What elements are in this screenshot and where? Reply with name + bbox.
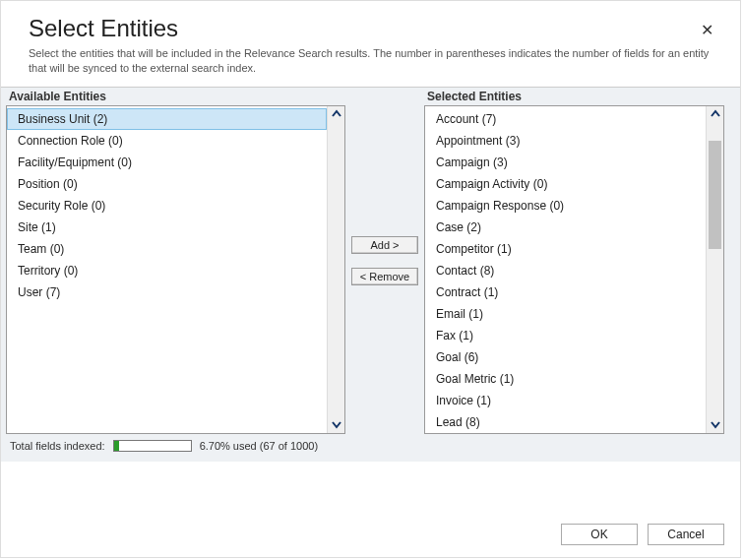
- selected-item[interactable]: Lead (8): [425, 411, 706, 433]
- selected-item[interactable]: Campaign Response (0): [425, 195, 706, 217]
- dialog-footer: OK Cancel: [1, 514, 740, 557]
- selected-item[interactable]: Campaign Activity (0): [425, 173, 706, 195]
- selected-scrollbar[interactable]: [706, 106, 723, 433]
- selected-item[interactable]: Case (2): [425, 217, 706, 238]
- selected-item[interactable]: Goal Metric (1): [425, 368, 706, 390]
- selected-item[interactable]: Email (1): [425, 303, 706, 325]
- scroll-up-icon[interactable]: [707, 106, 723, 123]
- remove-button[interactable]: < Remove: [351, 268, 418, 285]
- available-item[interactable]: Facility/Equipment (0): [7, 152, 327, 173]
- cancel-button[interactable]: Cancel: [648, 524, 724, 545]
- dialog-header: ✕ Select Entities Select the entities th…: [1, 1, 740, 87]
- scroll-track[interactable]: [328, 123, 344, 416]
- selected-item[interactable]: Contract (1): [425, 281, 706, 303]
- selected-item[interactable]: Invoice (1): [425, 390, 706, 411]
- available-scrollbar[interactable]: [327, 106, 344, 433]
- selected-item[interactable]: Account (7): [425, 108, 706, 130]
- available-item[interactable]: Team (0): [7, 238, 327, 260]
- add-button[interactable]: Add >: [351, 236, 418, 254]
- select-entities-dialog: ✕ Select Entities Select the entities th…: [0, 0, 741, 558]
- available-item[interactable]: Site (1): [7, 217, 327, 238]
- available-header: Available Entities: [6, 88, 345, 105]
- available-item[interactable]: Position (0): [7, 173, 327, 195]
- selected-header: Selected Entities: [424, 88, 724, 105]
- dialog-subtitle: Select the entities that will be include…: [29, 46, 712, 77]
- progress-fill: [114, 441, 119, 451]
- status-row: Total fields indexed: 6.70% used (67 of …: [6, 434, 735, 456]
- transfer-buttons: Add > < Remove: [345, 88, 424, 434]
- scroll-track[interactable]: [707, 123, 723, 416]
- available-item[interactable]: User (7): [7, 281, 327, 303]
- selected-item[interactable]: Goal (6): [425, 346, 706, 368]
- dialog-body: Available Entities Business Unit (2)Conn…: [1, 88, 740, 462]
- scroll-down-icon[interactable]: [328, 416, 344, 433]
- picker-columns: Available Entities Business Unit (2)Conn…: [6, 88, 735, 434]
- progress-bar: [113, 440, 192, 452]
- selected-item[interactable]: Fax (1): [425, 325, 706, 346]
- status-percent: 6.70% used (67 of 1000): [200, 440, 318, 452]
- available-column: Available Entities Business Unit (2)Conn…: [6, 88, 345, 434]
- scroll-down-icon[interactable]: [707, 416, 723, 433]
- close-icon[interactable]: ✕: [697, 21, 716, 40]
- available-item[interactable]: Connection Role (0): [7, 130, 327, 152]
- selected-listbox[interactable]: Account (7)Appointment (3)Campaign (3)Ca…: [424, 105, 724, 434]
- selected-item[interactable]: Appointment (3): [425, 130, 706, 152]
- ok-button[interactable]: OK: [561, 524, 638, 545]
- scroll-up-icon[interactable]: [328, 106, 344, 123]
- selected-column: Selected Entities Account (7)Appointment…: [424, 88, 724, 434]
- available-item[interactable]: Business Unit (2): [7, 108, 327, 130]
- available-listbox[interactable]: Business Unit (2)Connection Role (0)Faci…: [6, 105, 345, 434]
- scroll-thumb[interactable]: [709, 141, 721, 249]
- available-item[interactable]: Territory (0): [7, 260, 327, 281]
- selected-item[interactable]: Competitor (1): [425, 238, 706, 260]
- dialog-title: Select Entities: [29, 15, 712, 42]
- status-label: Total fields indexed:: [10, 440, 105, 452]
- selected-item[interactable]: Campaign (3): [425, 152, 706, 173]
- selected-item[interactable]: Contact (8): [425, 260, 706, 281]
- available-item[interactable]: Security Role (0): [7, 195, 327, 217]
